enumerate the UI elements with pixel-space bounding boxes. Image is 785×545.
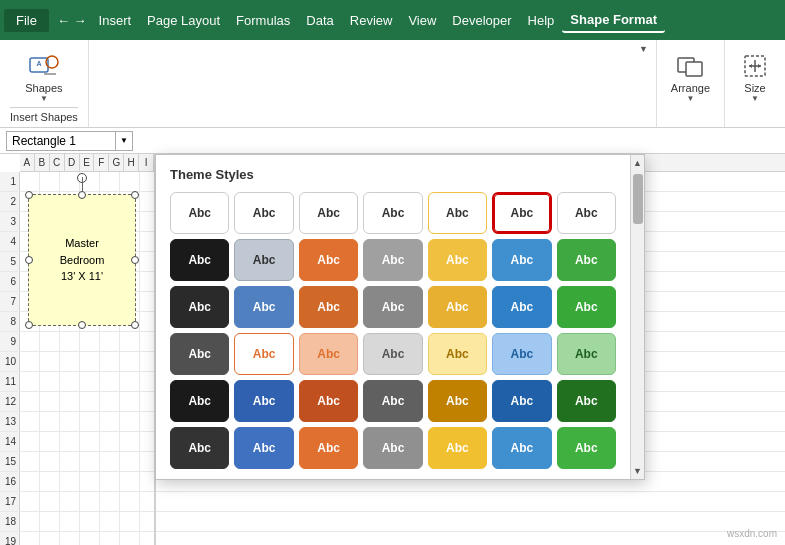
style-cell[interactable]: Abc	[234, 192, 293, 234]
handle-bl[interactable]	[25, 321, 33, 329]
cell[interactable]	[80, 472, 100, 491]
style-cell[interactable]: Abc	[363, 192, 422, 234]
cell[interactable]	[60, 372, 80, 391]
cell[interactable]	[80, 452, 100, 471]
cell[interactable]	[20, 172, 40, 191]
style-cell[interactable]: Abc	[557, 380, 616, 422]
cell[interactable]	[80, 372, 100, 391]
style-cell[interactable]: Abc	[170, 286, 229, 328]
menu-developer[interactable]: Developer	[444, 9, 519, 32]
style-cell[interactable]: Abc	[557, 286, 616, 328]
cell[interactable]	[140, 332, 155, 351]
style-cell[interactable]: Abc	[170, 333, 229, 375]
style-cell[interactable]: Abc	[299, 333, 358, 375]
cell[interactable]	[120, 392, 140, 411]
size-button[interactable]: Size ▼	[735, 46, 775, 107]
style-cell[interactable]: Abc	[299, 286, 358, 328]
cell[interactable]	[20, 532, 40, 545]
style-cell[interactable]: Abc	[428, 333, 487, 375]
cell[interactable]	[140, 232, 155, 251]
cell[interactable]	[140, 312, 155, 331]
cell[interactable]	[100, 492, 120, 511]
cell[interactable]	[20, 412, 40, 431]
cell[interactable]	[60, 392, 80, 411]
arrange-button[interactable]: Arrange ▼	[667, 46, 714, 107]
cell[interactable]	[140, 512, 155, 531]
style-cell[interactable]: Abc	[299, 380, 358, 422]
style-cell[interactable]: Abc	[299, 239, 358, 281]
shapes-button[interactable]: A Shapes ▼	[21, 46, 66, 107]
style-cell[interactable]: Abc	[170, 192, 229, 234]
cell[interactable]	[100, 472, 120, 491]
cell[interactable]	[40, 512, 60, 531]
cell[interactable]	[60, 512, 80, 531]
cell[interactable]	[140, 172, 155, 191]
back-forward-nav[interactable]: ← →	[53, 9, 91, 32]
style-cell[interactable]: Abc	[557, 333, 616, 375]
style-cell[interactable]: Abc	[492, 333, 551, 375]
style-cell[interactable]: Abc	[492, 286, 551, 328]
scroll-thumb[interactable]	[633, 174, 643, 224]
cell[interactable]	[60, 432, 80, 451]
cell[interactable]	[60, 492, 80, 511]
style-cell[interactable]: Abc	[428, 380, 487, 422]
cell[interactable]	[20, 392, 40, 411]
cell[interactable]	[20, 492, 40, 511]
menu-shape-format[interactable]: Shape Format	[562, 8, 665, 33]
cell[interactable]	[20, 332, 40, 351]
name-box-dropdown[interactable]: ▼	[116, 131, 133, 151]
style-cell[interactable]: Abc	[557, 427, 616, 469]
handle-bm[interactable]	[78, 321, 86, 329]
cell[interactable]	[40, 392, 60, 411]
cell[interactable]	[140, 532, 155, 545]
cell[interactable]	[120, 512, 140, 531]
cell[interactable]	[100, 372, 120, 391]
cell[interactable]	[120, 432, 140, 451]
arrange-dropdown-arrow[interactable]: ▼	[686, 94, 694, 103]
style-cell[interactable]: Abc	[234, 286, 293, 328]
style-cell[interactable]: Abc	[363, 333, 422, 375]
style-cell[interactable]: Abc	[363, 286, 422, 328]
cell[interactable]	[120, 372, 140, 391]
cell[interactable]	[140, 292, 155, 311]
cell[interactable]	[140, 472, 155, 491]
style-cell[interactable]: Abc	[363, 239, 422, 281]
style-cell[interactable]: Abc	[363, 380, 422, 422]
cell[interactable]	[40, 332, 60, 351]
cell[interactable]	[20, 432, 40, 451]
cell[interactable]	[80, 492, 100, 511]
cell[interactable]	[20, 372, 40, 391]
cell[interactable]	[40, 412, 60, 431]
cell[interactable]	[120, 532, 140, 545]
style-cell[interactable]: Abc	[428, 427, 487, 469]
cell[interactable]	[100, 412, 120, 431]
cell[interactable]	[80, 392, 100, 411]
style-cell[interactable]: Abc	[492, 239, 551, 281]
cell[interactable]	[120, 452, 140, 471]
cell[interactable]	[140, 452, 155, 471]
scroll-up-arrow[interactable]: ▲	[630, 155, 645, 171]
menu-data[interactable]: Data	[298, 9, 341, 32]
cell[interactable]	[140, 412, 155, 431]
cell[interactable]	[140, 212, 155, 231]
dropdown-expand-arrow[interactable]: ▼	[639, 44, 648, 54]
cell[interactable]	[80, 412, 100, 431]
style-cell[interactable]: Abc	[170, 427, 229, 469]
shape-rectangle[interactable]: Master Bedroom 13' X 11'	[28, 194, 136, 326]
cell[interactable]	[140, 192, 155, 211]
cell[interactable]	[120, 472, 140, 491]
style-cell[interactable]: Abc	[492, 192, 551, 234]
menu-page-layout[interactable]: Page Layout	[139, 9, 228, 32]
panel-scrollbar[interactable]: ▲ ▼	[630, 155, 644, 479]
cell[interactable]	[60, 412, 80, 431]
handle-br[interactable]	[131, 321, 139, 329]
cell[interactable]	[40, 492, 60, 511]
size-dropdown-arrow[interactable]: ▼	[751, 94, 759, 103]
cell[interactable]	[100, 332, 120, 351]
cell[interactable]	[100, 172, 120, 191]
handle-mr[interactable]	[131, 256, 139, 264]
menu-review[interactable]: Review	[342, 9, 401, 32]
cell[interactable]	[60, 452, 80, 471]
cell[interactable]	[120, 352, 140, 371]
handle-ml[interactable]	[25, 256, 33, 264]
